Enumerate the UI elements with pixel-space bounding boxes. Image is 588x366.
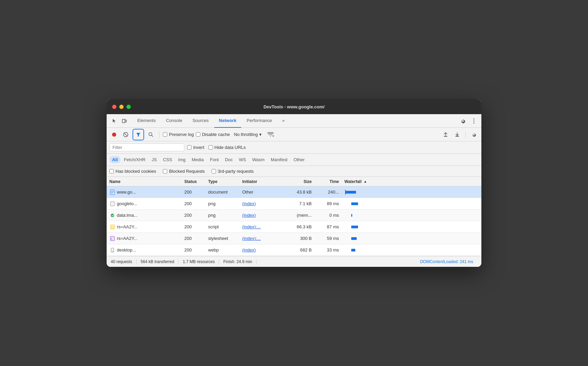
third-party-label[interactable]: 3rd-party requests — [212, 169, 254, 174]
row-initiator[interactable]: (index) — [239, 213, 284, 218]
table-row[interactable]: ✎ rs=AA2Y... 200 stylesheet (index):... … — [107, 233, 481, 244]
blocked-cookies-label[interactable]: Has blocked cookies — [109, 169, 156, 174]
tab-sources[interactable]: Sources — [188, 114, 214, 128]
throttle-select[interactable]: No throttling ▾ — [232, 131, 264, 138]
row-size: 682 B — [284, 247, 314, 253]
row-waterfall — [342, 201, 481, 206]
svg-rect-21 — [111, 248, 114, 252]
cursor-icon[interactable] — [109, 116, 119, 126]
close-button[interactable] — [112, 105, 117, 109]
waterfall-bar — [351, 226, 358, 228]
type-filter-other[interactable]: Other — [291, 156, 308, 163]
table-row[interactable]: {} rs=AA2Y... 200 script (index):... 66.… — [107, 221, 481, 233]
header-time[interactable]: Time — [314, 179, 342, 184]
table-row[interactable]: googlelo... 200 png (index) 7.1 kB 89 ms — [107, 198, 481, 210]
row-time: 33 ms — [314, 247, 342, 253]
dom-content-loaded: DOMContentLoaded: 241 ms — [416, 259, 477, 264]
row-initiator[interactable]: (index):... — [239, 224, 284, 229]
row-status: 200 — [182, 213, 205, 218]
row-size: 43.8 kB — [284, 189, 314, 195]
tab-bar: Elements Console Sources Network Perform… — [107, 114, 481, 128]
download-icon[interactable] — [452, 130, 462, 139]
svg-line-7 — [124, 133, 127, 136]
search-button[interactable] — [146, 130, 156, 139]
svg-point-8 — [149, 133, 152, 136]
preserve-log-label[interactable]: Preserve log — [163, 132, 194, 137]
row-initiator[interactable]: (index):... — [239, 236, 284, 241]
record-button[interactable] — [109, 130, 119, 139]
row-name: rs=AA2Y... — [117, 224, 138, 229]
type-filter-css[interactable]: CSS — [160, 156, 175, 163]
maximize-button[interactable] — [126, 105, 131, 109]
blocked-requests-checkbox[interactable] — [163, 169, 167, 173]
type-filter-fetch-xhr[interactable]: Fetch/XHR — [121, 156, 149, 163]
row-name: desktop... — [117, 247, 136, 253]
svg-rect-16 — [110, 202, 114, 206]
header-initiator[interactable]: Initiator — [239, 179, 284, 184]
type-filter-font[interactable]: Font — [207, 156, 221, 163]
data-uri-icon — [109, 212, 115, 218]
blocked-cookies-checkbox[interactable] — [109, 169, 114, 173]
filter-bar: Invert Hide data URLs — [107, 141, 481, 154]
row-time: 87 ms — [314, 224, 342, 229]
type-filter-img[interactable]: Img — [175, 156, 188, 163]
filter-checkboxes: Invert Hide data URLs — [187, 145, 246, 150]
hide-data-urls-label[interactable]: Hide data URLs — [208, 145, 246, 150]
hide-data-urls-checkbox[interactable] — [208, 145, 213, 150]
header-status[interactable]: Status — [182, 179, 205, 184]
tab-elements[interactable]: Elements — [133, 114, 160, 128]
upload-icon[interactable] — [441, 130, 450, 139]
row-initiator[interactable]: (index) — [239, 201, 284, 206]
disable-cache-checkbox[interactable] — [196, 132, 200, 137]
filter-button[interactable] — [134, 130, 143, 139]
network-settings-icon[interactable] — [469, 130, 479, 139]
row-name: www.go... — [117, 189, 136, 195]
type-filter-all[interactable]: All — [109, 156, 121, 163]
disable-cache-label[interactable]: Disable cache — [196, 132, 230, 137]
invert-checkbox[interactable] — [187, 145, 191, 150]
type-filter-ws[interactable]: WS — [236, 156, 249, 163]
device-toggle-icon[interactable] — [120, 116, 129, 126]
svg-rect-22 — [112, 251, 113, 251]
settings-icon[interactable] — [458, 116, 468, 126]
header-size[interactable]: Size — [284, 179, 314, 184]
more-options-icon[interactable] — [469, 116, 479, 126]
type-filter-manifest[interactable]: Manifest — [268, 156, 290, 163]
blocked-requests-label[interactable]: Blocked Requests — [163, 169, 205, 174]
type-filter-js[interactable]: JS — [149, 156, 159, 163]
devtools-content: Elements Console Sources Network Perform… — [107, 114, 481, 267]
wifi-icon[interactable] — [266, 130, 275, 139]
row-name-cell: desktop... — [107, 247, 182, 253]
tab-bar-right — [458, 116, 479, 126]
row-type: webp — [205, 247, 239, 253]
third-party-checkbox[interactable] — [212, 169, 216, 173]
requests-count: 40 requests — [111, 259, 137, 264]
header-type[interactable]: Type — [205, 179, 239, 184]
type-filter-doc[interactable]: Doc — [222, 156, 235, 163]
filter-input[interactable] — [109, 143, 184, 151]
preserve-log-checkbox[interactable] — [163, 132, 167, 137]
header-name[interactable]: Name — [107, 179, 182, 184]
svg-point-3 — [474, 120, 475, 121]
table-row[interactable]: www.go... 200 document Other 43.8 kB 240… — [107, 186, 481, 198]
waterfall-bar — [351, 202, 358, 205]
clear-button[interactable] — [121, 130, 130, 139]
row-type: png — [205, 213, 239, 218]
svg-point-4 — [474, 122, 475, 123]
type-filter-media[interactable]: Media — [189, 156, 206, 163]
table-row[interactable]: desktop... 200 webp (index) 682 B 33 ms — [107, 244, 481, 256]
type-filter-wasm[interactable]: Wasm — [249, 156, 267, 163]
tab-more[interactable]: » — [277, 114, 289, 128]
header-waterfall[interactable]: Waterfall ▲ — [342, 179, 481, 184]
network-toolbar: Preserve log Disable cache No throttling… — [107, 128, 481, 141]
tab-console[interactable]: Console — [161, 114, 187, 128]
tab-network[interactable]: Network — [214, 114, 241, 128]
minimize-button[interactable] — [119, 105, 124, 109]
tab-performance[interactable]: Performance — [242, 114, 277, 128]
row-initiator[interactable]: (index) — [239, 247, 284, 253]
row-name-cell: www.go... — [107, 189, 182, 195]
svg-point-5 — [112, 133, 116, 137]
invert-label[interactable]: Invert — [187, 145, 204, 150]
table-row[interactable]: data:ima... 200 png (index) (mem... 0 ms — [107, 210, 481, 221]
row-status: 200 — [182, 201, 205, 206]
